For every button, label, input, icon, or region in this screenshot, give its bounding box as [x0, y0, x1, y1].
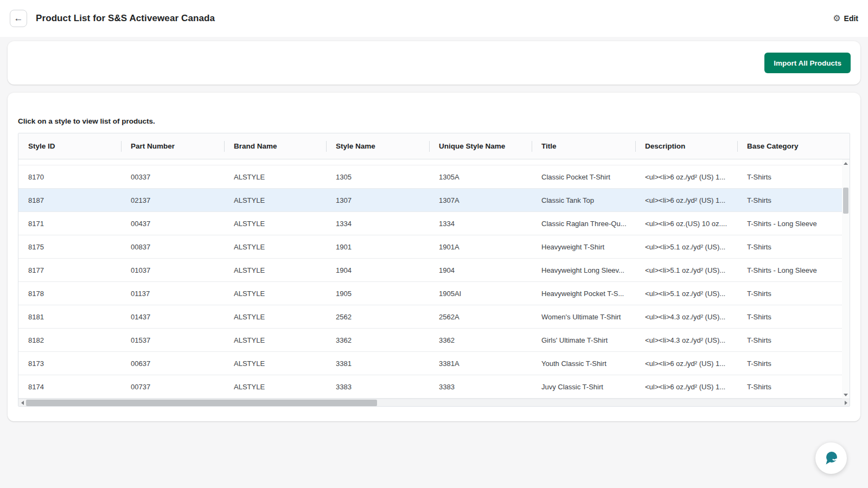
cell-brand-name: ALSTYLE	[224, 266, 326, 274]
scroll-left-button[interactable]	[18, 399, 26, 407]
cell-part-number: 00837	[121, 243, 224, 251]
column-header-title: Title	[532, 142, 635, 150]
table-row[interactable]: 8174 00737 ALSTYLE 3383 3383 Juvy Classi…	[18, 375, 842, 399]
cell-unique-style-name: 1905AI	[429, 290, 532, 298]
column-header-unique-style-name: Unique Style Name	[429, 142, 532, 150]
table-row[interactable]: 8187 02137 ALSTYLE 1307 1307A Classic Ta…	[18, 189, 842, 212]
edit-button[interactable]: ⚙ Edit	[833, 14, 858, 23]
scroll-down-button[interactable]	[842, 391, 850, 399]
triangle-right-icon	[845, 401, 847, 405]
cell-style-id: 8181	[18, 313, 121, 321]
cell-style-name: 1905	[326, 290, 429, 298]
horizontal-scrollbar-track[interactable]	[26, 399, 842, 407]
cell-base-category: T-Shirts	[737, 359, 842, 368]
table-row[interactable]: 8181 01437 ALSTYLE 2562 2562A Women's Ul…	[18, 305, 842, 329]
cell-base-category: T-Shirts - Long Sleeve	[737, 220, 842, 228]
cell-title: Classic Pocket T-Shirt	[532, 173, 635, 181]
triangle-down-icon	[844, 394, 848, 396]
back-button[interactable]: ←	[10, 10, 27, 27]
table-row[interactable]: 8178 01137 ALSTYLE 1905 1905AI Heavyweig…	[18, 282, 842, 305]
cell-part-number: 00737	[121, 383, 224, 391]
column-header-style-id: Style ID	[18, 142, 121, 150]
vertical-scrollbar	[842, 159, 850, 399]
cell-style-name: 1904	[326, 266, 429, 274]
cell-style-id: 8175	[18, 243, 121, 251]
cell-description: <ul><li>6 oz.(US) 10 oz....	[635, 220, 737, 228]
cell-description: <ul><li>4.3 oz./yd² (US)...	[635, 313, 737, 321]
table-body-viewport: 8170 00337 ALSTYLE 1305 1305A Classic Po…	[18, 159, 850, 399]
table-row[interactable]: 8177 01037 ALSTYLE 1904 1904 Heavyweight…	[18, 259, 842, 282]
cell-title: Heavyweight Long Sleev...	[532, 266, 635, 274]
cell-style-name: 3383	[326, 383, 429, 391]
cell-unique-style-name: 3381A	[429, 359, 532, 368]
table-body: 8170 00337 ALSTYLE 1305 1305A Classic Po…	[18, 159, 842, 399]
cell-description: <ul><li>4.3 oz./yd² (US)...	[635, 336, 737, 344]
triangle-left-icon	[21, 401, 24, 405]
cell-unique-style-name: 1901A	[429, 243, 532, 251]
column-header-style-name: Style Name	[326, 142, 429, 150]
product-list-card: Click on a style to view list of product…	[8, 93, 860, 421]
cell-title: Classic Raglan Three-Qu...	[532, 220, 635, 228]
cell-brand-name: ALSTYLE	[224, 290, 326, 298]
edit-button-label: Edit	[844, 14, 858, 23]
cell-brand-name: ALSTYLE	[224, 383, 326, 391]
table-row[interactable]: 8171 00437 ALSTYLE 1334 1334 Classic Rag…	[18, 212, 842, 235]
cell-style-name: 2562	[326, 313, 429, 321]
cell-part-number: 01437	[121, 313, 224, 321]
cell-style-id: 8174	[18, 383, 121, 391]
table-row[interactable]: 8175 00837 ALSTYLE 1901 1901A Heavyweigh…	[18, 235, 842, 259]
cell-unique-style-name: 1305A	[429, 173, 532, 181]
cell-style-id: 8170	[18, 173, 121, 181]
cell-brand-name: ALSTYLE	[224, 336, 326, 344]
cell-style-id: 8173	[18, 359, 121, 368]
cell-part-number: 00337	[121, 173, 224, 181]
cell-title: Juvy Classic T-Shirt	[532, 383, 635, 391]
column-header-base-category: Base Category	[737, 142, 850, 150]
chat-widget-button[interactable]	[815, 442, 847, 474]
cell-unique-style-name: 3362	[429, 336, 532, 344]
cell-unique-style-name: 3383	[429, 383, 532, 391]
table-row[interactable]: 8170 00337 ALSTYLE 1305 1305A Classic Po…	[18, 165, 842, 189]
vertical-scrollbar-thumb[interactable]	[843, 188, 848, 214]
cell-base-category: T-Shirts	[737, 196, 842, 204]
cell-base-category: T-Shirts	[737, 243, 842, 251]
horizontal-scrollbar-thumb[interactable]	[26, 400, 377, 406]
cell-brand-name: ALSTYLE	[224, 196, 326, 204]
table-row[interactable]: 8173 00637 ALSTYLE 3381 3381A Youth Clas…	[18, 352, 842, 375]
table-row[interactable]: 8182 01537 ALSTYLE 3362 3362 Girls' Ulti…	[18, 329, 842, 352]
cell-part-number: 01537	[121, 336, 224, 344]
cell-part-number: 01037	[121, 266, 224, 274]
cell-base-category: T-Shirts	[737, 173, 842, 181]
cell-style-name: 1305	[326, 173, 429, 181]
cell-brand-name: ALSTYLE	[224, 313, 326, 321]
cell-style-name: 3362	[326, 336, 429, 344]
cell-base-category: T-Shirts - Long Sleeve	[737, 266, 842, 274]
scroll-right-button[interactable]	[842, 399, 850, 407]
cell-title: Girls' Ultimate T-Shirt	[532, 336, 635, 344]
cell-base-category: T-Shirts	[737, 383, 842, 391]
import-all-products-button[interactable]: Import All Products	[764, 53, 851, 73]
cell-title: Heavyweight Pocket T-S...	[532, 290, 635, 298]
cell-style-id: 8182	[18, 336, 121, 344]
cell-part-number: 00437	[121, 220, 224, 228]
cell-base-category: T-Shirts	[737, 336, 842, 344]
cell-title: Classic Tank Top	[532, 196, 635, 204]
cell-brand-name: ALSTYLE	[224, 243, 326, 251]
cell-description: <ul><li>6 oz./yd² (US) 1...	[635, 196, 737, 204]
gear-icon: ⚙	[833, 14, 840, 23]
cell-part-number: 00637	[121, 359, 224, 368]
cell-title: Women's Ultimate T-Shirt	[532, 313, 635, 321]
cell-description: <ul><li>5.1 oz./yd² (US)...	[635, 290, 737, 298]
cell-base-category: T-Shirts	[737, 290, 842, 298]
cell-part-number: 02137	[121, 196, 224, 204]
scroll-up-button[interactable]	[842, 159, 850, 167]
cell-brand-name: ALSTYLE	[224, 359, 326, 368]
cell-title: Heavyweight T-Shirt	[532, 243, 635, 251]
column-header-brand-name: Brand Name	[224, 142, 326, 150]
cell-base-category: T-Shirts	[737, 313, 842, 321]
table-hint-text: Click on a style to view list of product…	[18, 93, 850, 125]
triangle-up-icon	[844, 162, 848, 165]
cell-style-name: 1334	[326, 220, 429, 228]
cell-brand-name: ALSTYLE	[224, 173, 326, 181]
table-header-row: Style ID Part Number Brand Name Style Na…	[18, 133, 850, 159]
